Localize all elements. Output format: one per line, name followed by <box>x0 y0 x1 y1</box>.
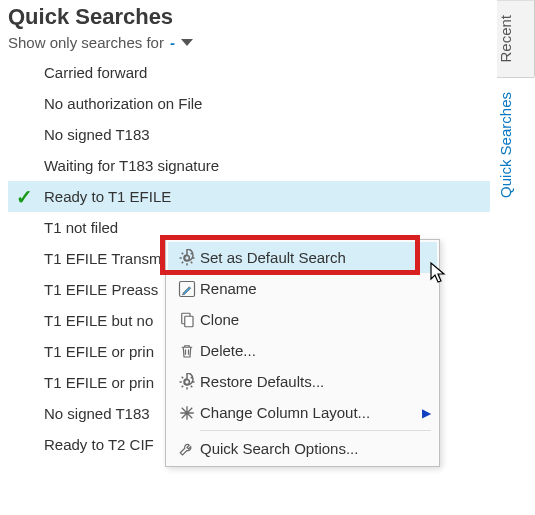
trash-icon <box>174 342 200 360</box>
gear-small-icon <box>174 373 200 391</box>
menu-item-label: Quick Search Options... <box>200 440 431 457</box>
list-item-label: No authorization on File <box>44 95 490 112</box>
list-item[interactable]: ✓Ready to T1 EFILE <box>8 181 490 212</box>
asterisk-icon <box>174 404 200 422</box>
menu-item-label: Rename <box>200 280 431 297</box>
filter-row[interactable]: Show only searches for - <box>8 34 490 51</box>
list-item[interactable]: Carried forward <box>8 57 490 88</box>
checkmark-icon: ✓ <box>16 185 44 209</box>
svg-point-0 <box>185 255 190 260</box>
copy-icon <box>174 311 200 329</box>
svg-point-4 <box>185 379 190 384</box>
side-tabs: RecentQuick Searches <box>497 0 535 211</box>
menu-item-delete[interactable]: Delete... <box>168 335 437 366</box>
filter-value: - <box>170 34 175 51</box>
list-item-label: Ready to T1 EFILE <box>44 188 490 205</box>
menu-item-rename[interactable]: Rename <box>168 273 437 304</box>
menu-item-set-as-default-search[interactable]: Set as Default Search <box>168 242 437 273</box>
context-menu: Set as Default SearchRenameCloneDelete..… <box>165 239 440 467</box>
menu-item-quick-search-options[interactable]: Quick Search Options... <box>168 433 437 464</box>
submenu-arrow-icon: ▶ <box>422 406 431 420</box>
menu-item-label: Delete... <box>200 342 431 359</box>
chevron-down-icon[interactable] <box>181 39 193 46</box>
list-item-label: Carried forward <box>44 64 490 81</box>
list-item-label: T1 not filed <box>44 219 490 236</box>
side-tab-recent[interactable]: Recent <box>497 0 535 77</box>
pencil-icon <box>174 280 200 298</box>
list-item[interactable]: No signed T183 <box>8 119 490 150</box>
menu-item-change-column-layout[interactable]: Change Column Layout...▶ <box>168 397 437 428</box>
menu-item-label: Change Column Layout... <box>200 404 422 421</box>
svg-rect-3 <box>185 316 193 327</box>
side-tab-quick-searches[interactable]: Quick Searches <box>497 77 535 212</box>
menu-item-label: Clone <box>200 311 431 328</box>
page-title: Quick Searches <box>8 4 490 30</box>
menu-item-label: Restore Defaults... <box>200 373 431 390</box>
list-item-label: No signed T183 <box>44 126 490 143</box>
list-item[interactable]: Waiting for T183 signature <box>8 150 490 181</box>
wrench-icon <box>174 440 200 458</box>
menu-separator <box>200 430 431 431</box>
list-item[interactable]: No authorization on File <box>8 88 490 119</box>
gear-icon <box>174 249 200 267</box>
menu-item-clone[interactable]: Clone <box>168 304 437 335</box>
menu-item-restore-defaults[interactable]: Restore Defaults... <box>168 366 437 397</box>
filter-label: Show only searches for <box>8 34 164 51</box>
list-item-label: Waiting for T183 signature <box>44 157 490 174</box>
menu-item-label: Set as Default Search <box>200 249 431 266</box>
